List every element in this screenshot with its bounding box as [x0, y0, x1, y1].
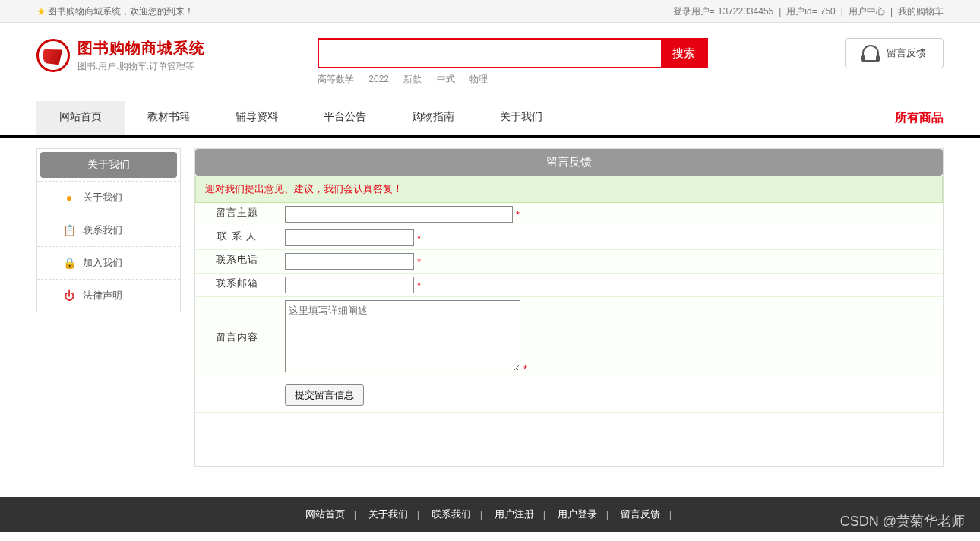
input-contact[interactable] [285, 229, 414, 246]
logo-icon [36, 39, 70, 72]
site-title: 图书购物商城系统 [77, 38, 205, 59]
required-mark: * [417, 256, 421, 267]
sidebar-item-label: 关于我们 [83, 191, 122, 204]
input-email[interactable] [285, 277, 414, 293]
hot-tag[interactable]: 2022 [368, 74, 389, 84]
topbar-welcome: ★ 图书购物商城系统，欢迎您的到来！ [36, 0, 194, 22]
power-icon: ⏻ [63, 289, 75, 302]
footer-link[interactable]: 留言反馈 [621, 508, 660, 520]
submit-button[interactable]: 提交留言信息 [285, 384, 364, 406]
required-mark: * [516, 209, 520, 220]
feedback-button[interactable]: 留言反馈 [845, 38, 944, 68]
label-contact: 联 系 人 [195, 226, 279, 250]
footer-link[interactable]: 网站首页 [305, 508, 345, 520]
search-button[interactable]: 搜索 [661, 40, 707, 67]
headset-icon [862, 45, 879, 62]
label-phone: 联系电话 [195, 250, 279, 274]
welcome-text: 图书购物商城系统，欢迎您的到来！ [48, 0, 194, 23]
star-icon: ★ [36, 0, 46, 23]
hot-tags: 高等数学 2022 新款 中式 物理 [318, 73, 708, 86]
input-subject[interactable] [285, 206, 513, 223]
site-subtitle: 图书.用户.购物车.订单管理等 [77, 60, 205, 73]
separator: | [890, 0, 893, 23]
topbar: ★ 图书购物商城系统，欢迎您的到来！ 登录用户=13722334455 | 用户… [0, 0, 980, 23]
sidebar-item-label: 联系我们 [83, 223, 122, 237]
nav-guide[interactable]: 购物指南 [389, 101, 477, 135]
nav-home[interactable]: 网站首页 [36, 101, 125, 135]
search-area: 搜索 高等数学 2022 新款 中式 物理 [318, 38, 708, 86]
required-mark: * [417, 280, 421, 291]
user-center-link[interactable]: 用户中心 [849, 0, 885, 23]
textarea-content[interactable] [285, 300, 520, 372]
nav-textbooks[interactable]: 教材书籍 [125, 101, 213, 135]
main-header: 留言反馈 [195, 149, 943, 176]
label-content: 留言内容 [195, 297, 279, 378]
label-email: 联系邮箱 [195, 274, 279, 297]
footer-nav: 网站首页| 关于我们| 联系我们| 用户注册| 用户登录| 留言反馈| [0, 497, 980, 532]
separator: | [779, 0, 781, 23]
feedback-label: 留言反馈 [887, 46, 926, 60]
feedback-form: 留言主题 * 联 系 人 * 联系电话 * 联系邮箱 * 留言内容 * 提交留言… [195, 203, 943, 413]
footer-link[interactable]: 用户登录 [558, 508, 597, 520]
main-nav: 网站首页 教材书籍 辅导资料 平台公告 购物指南 关于我们 所有商品 [0, 101, 980, 138]
hot-tag[interactable]: 物理 [469, 74, 488, 84]
main-panel: 留言反馈 迎对我们提出意见、建议，我们会认真答复！ 留言主题 * 联 系 人 *… [194, 148, 944, 467]
sidebar-item-label: 法律声明 [83, 289, 122, 302]
content: 关于我们 ● 关于我们 📋 联系我们 🔒 加入我们 ⏻ 法律声明 留言反馈 迎对… [0, 138, 980, 497]
label-subject: 留言主题 [195, 203, 279, 226]
footer-info: Copyright ©2021 基于SprintBoot的图书购物商城系统 某省… [0, 532, 980, 541]
footer-link[interactable]: 关于我们 [368, 508, 408, 520]
notice-banner: 迎对我们提出意见、建议，我们会认真答复！ [195, 176, 943, 203]
sidebar-header: 关于我们 [40, 152, 177, 178]
required-mark: * [417, 233, 421, 244]
info-icon: ● [63, 191, 75, 204]
footer-link[interactable]: 用户注册 [495, 508, 534, 520]
login-user-label: 登录用户= [673, 0, 715, 23]
sidebar-item-about[interactable]: ● 关于我们 [37, 181, 180, 214]
hot-tag[interactable]: 高等数学 [318, 74, 354, 84]
sidebar-item-label: 加入我们 [83, 256, 122, 270]
search-input[interactable] [319, 40, 661, 67]
footer-link[interactable]: 联系我们 [432, 508, 471, 520]
separator: | [841, 0, 843, 23]
sidebar-item-legal[interactable]: ⏻ 法律声明 [37, 279, 180, 312]
nav-materials[interactable]: 辅导资料 [213, 101, 301, 135]
user-id-value: 750 [820, 0, 836, 23]
logo-area: 图书购物商城系统 图书.用户.购物车.订单管理等 [36, 38, 318, 73]
lock-icon: 🔒 [63, 257, 75, 269]
login-user-value: 13722334455 [718, 0, 773, 23]
required-mark: * [523, 363, 527, 375]
input-phone[interactable] [285, 253, 414, 270]
nav-all-products[interactable]: 所有商品 [895, 101, 944, 135]
nav-about[interactable]: 关于我们 [477, 101, 565, 135]
sidebar-item-join[interactable]: 🔒 加入我们 [37, 246, 180, 279]
hot-tag[interactable]: 新款 [403, 74, 422, 84]
sidebar: 关于我们 ● 关于我们 📋 联系我们 🔒 加入我们 ⏻ 法律声明 [36, 148, 181, 312]
sidebar-item-contact[interactable]: 📋 联系我们 [37, 214, 180, 246]
logo-text: 图书购物商城系统 图书.用户.购物车.订单管理等 [77, 38, 205, 73]
topbar-right: 登录用户=13722334455 | 用户id=750 | 用户中心 | 我的购… [673, 0, 944, 22]
clipboard-icon: 📋 [63, 224, 75, 236]
hot-tag[interactable]: 中式 [437, 74, 455, 84]
search-box: 搜索 [318, 38, 708, 68]
my-cart-link[interactable]: 我的购物车 [898, 0, 944, 23]
header: 图书购物商城系统 图书.用户.购物车.订单管理等 搜索 高等数学 2022 新款… [0, 23, 980, 95]
user-id-label: 用户id= [786, 0, 817, 23]
nav-announcements[interactable]: 平台公告 [301, 101, 389, 135]
